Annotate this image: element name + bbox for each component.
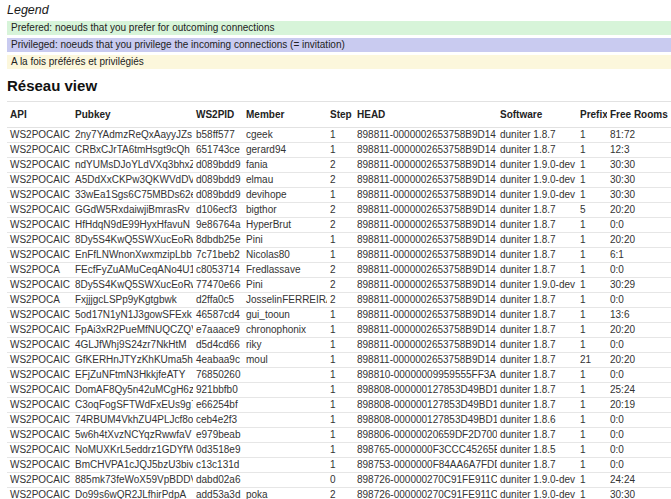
column-header: HEAD bbox=[354, 102, 497, 128]
table-row: WS2POCAIC33wEa1Sgs6C75MBDs62ed089bdd9dev… bbox=[7, 188, 671, 203]
table-cell: 1 bbox=[327, 428, 354, 443]
table-cell: 885mk73feWoX59VpBDDV bbox=[72, 473, 193, 488]
table-cell: duniter 1.8.7 bbox=[497, 353, 577, 368]
table-cell: WS2POCAIC bbox=[7, 443, 72, 458]
legend-item-privileged: Privileged: noeuds that you privilege th… bbox=[7, 38, 671, 52]
legend-title: Legend bbox=[7, 3, 671, 17]
table-cell: 1 bbox=[577, 368, 607, 383]
table-cell: 20:20 bbox=[607, 353, 671, 368]
table-cell: 898811-0000002653758B9D14 bbox=[354, 248, 497, 263]
table-cell: WS2POCAIC bbox=[7, 248, 72, 263]
table-cell: duniter 1.9.0-dev bbox=[497, 473, 577, 488]
table-cell: 0:0 bbox=[607, 428, 671, 443]
table-cell: WS2POCA bbox=[7, 293, 72, 308]
table-cell: 2 bbox=[327, 173, 354, 188]
table-cell: 898726-000000270C91FE911C bbox=[354, 473, 497, 488]
table-cell: 1 bbox=[577, 173, 607, 188]
column-header: Step bbox=[327, 102, 354, 128]
table-row: WS2POCAIC885mk73feWoX59VpBDDVdabd02a6089… bbox=[7, 473, 671, 488]
table-cell: 1 bbox=[577, 188, 607, 203]
table-cell: WS2POCAIC bbox=[7, 308, 72, 323]
network-table: APIPubkeyWS2PIDMemberStepHEADSoftwarePre… bbox=[7, 101, 671, 499]
table-cell: 0:0 bbox=[607, 458, 671, 473]
table-row: WS2POCAIC4GLJfWhj9S24zr7NkHtMd5d4cd66rik… bbox=[7, 338, 671, 353]
table-cell: FpAi3xR2PueMfNUQCZQV bbox=[72, 323, 193, 338]
table-cell: 30:30 bbox=[607, 188, 671, 203]
table-cell: 898810-00000009959555FF3A bbox=[354, 368, 497, 383]
legend-item-preferred: Prefered: noeuds that you prefer for out… bbox=[7, 21, 671, 35]
table-cell: 20:20 bbox=[607, 323, 671, 338]
network-page: Legend Prefered: noeuds that you prefer … bbox=[0, 0, 671, 499]
table-cell: 25:24 bbox=[607, 383, 671, 398]
table-cell: 1 bbox=[327, 323, 354, 338]
table-cell: duniter 1.8.7 bbox=[497, 233, 577, 248]
table-cell: 1 bbox=[577, 278, 607, 293]
table-cell: JosselinFERREIRA bbox=[243, 293, 327, 308]
column-header: Prefix bbox=[577, 102, 607, 128]
table-cell: 2 bbox=[327, 263, 354, 278]
table-cell: devihope bbox=[243, 188, 327, 203]
table-cell: gui_tooun bbox=[243, 308, 327, 323]
table-cell: 898811-0000002653758B9D14 bbox=[354, 203, 497, 218]
table-row: WS2POCAIC8Dy5S4KwQ5SWXucEoRw48dbdb25ePin… bbox=[7, 233, 671, 248]
table-cell: HyperBrut bbox=[243, 218, 327, 233]
table-cell: 2 bbox=[327, 488, 354, 499]
table-cell: Fredlassave bbox=[243, 263, 327, 278]
table-cell: HfHdqN9dE99HyxHfavuN bbox=[72, 218, 193, 233]
table-cell: 1 bbox=[327, 458, 354, 473]
table-cell: 1 bbox=[327, 188, 354, 203]
table-cell: 1 bbox=[327, 443, 354, 458]
table-cell: duniter 1.9.0-dev bbox=[497, 173, 577, 188]
table-cell: 20:19 bbox=[607, 398, 671, 413]
table-cell: 30:30 bbox=[607, 158, 671, 173]
column-header: API bbox=[7, 102, 72, 128]
table-cell: WS2POCAIC bbox=[7, 128, 72, 143]
table-cell: duniter 1.9.0-dev bbox=[497, 278, 577, 293]
table-cell: WS2POCAIC bbox=[7, 473, 72, 488]
table-cell: 898808-000000127853D49BD1 bbox=[354, 413, 497, 428]
table-cell: duniter 1.8.7 bbox=[497, 128, 577, 143]
table-cell: 81:72 bbox=[607, 128, 671, 143]
table-cell: 2 bbox=[327, 218, 354, 233]
table-cell: duniter 1.8.7 bbox=[497, 323, 577, 338]
table-cell: 898811-0000002653758B9D14 bbox=[354, 173, 497, 188]
table-cell: WS2POCAIC bbox=[7, 338, 72, 353]
table-cell: Nicolas80 bbox=[243, 248, 327, 263]
table-cell: 921bbfb0 bbox=[193, 383, 243, 398]
table-cell: 5w6h4tXvzNCYqzRwwfaV bbox=[72, 428, 193, 443]
table-cell: 898765-0000000F3CCC45265E bbox=[354, 443, 497, 458]
table-cell: 1 bbox=[577, 143, 607, 158]
table-cell: duniter 1.8.7 bbox=[497, 368, 577, 383]
table-cell: 898811-0000002653758B9D14 bbox=[354, 143, 497, 158]
table-cell: 1 bbox=[327, 398, 354, 413]
table-cell bbox=[243, 428, 327, 443]
table-cell: Pini bbox=[243, 278, 327, 293]
table-cell: 24:24 bbox=[607, 473, 671, 488]
table-cell: 898811-0000002653758B9D14 bbox=[354, 263, 497, 278]
table-cell: duniter 1.8.7 bbox=[497, 308, 577, 323]
table-row: WS2POCAICndYUMsDJoYLdVXq3bhxZd089bdd9fan… bbox=[7, 158, 671, 173]
table-cell: chronophonix bbox=[243, 323, 327, 338]
table-cell bbox=[243, 443, 327, 458]
table-cell: A5DdXxCKPw3QKWVdDVs7 bbox=[72, 173, 193, 188]
table-cell: 2 bbox=[327, 203, 354, 218]
table-cell: DomAF8Qy5n42uMCgH6zM bbox=[72, 383, 193, 398]
table-row: WS2POCAICC3oqFogSFTWdFxEUs9g7e66254bf189… bbox=[7, 398, 671, 413]
table-cell: 0:0 bbox=[607, 293, 671, 308]
table-cell: gerard94 bbox=[243, 143, 327, 158]
table-cell: 898808-000000127853D49BD1 bbox=[354, 398, 497, 413]
table-cell: EFjZuNFtmN3HkkjfeATY bbox=[72, 368, 193, 383]
table-cell: 0:0 bbox=[607, 443, 671, 458]
table-cell: WS2POCAIC bbox=[7, 188, 72, 203]
table-cell: duniter 1.8.7 bbox=[497, 218, 577, 233]
table-row: WS2POCAIC5w6h4tXvzNCYqzRwwfaVe979beab189… bbox=[7, 428, 671, 443]
table-cell bbox=[243, 383, 327, 398]
table-cell: duniter 1.8.7 bbox=[497, 398, 577, 413]
table-cell: 1 bbox=[577, 473, 607, 488]
table-cell: 1 bbox=[577, 398, 607, 413]
table-cell: duniter 1.8.7 bbox=[497, 203, 577, 218]
table-cell: 1 bbox=[577, 323, 607, 338]
column-header: Member bbox=[243, 102, 327, 128]
table-row: WS2POCAICNoMUXKrL5eddrz1GDYfW0d3518e9189… bbox=[7, 443, 671, 458]
table-cell: 8Dy5S4KwQ5SWXucEoRw4 bbox=[72, 233, 193, 248]
